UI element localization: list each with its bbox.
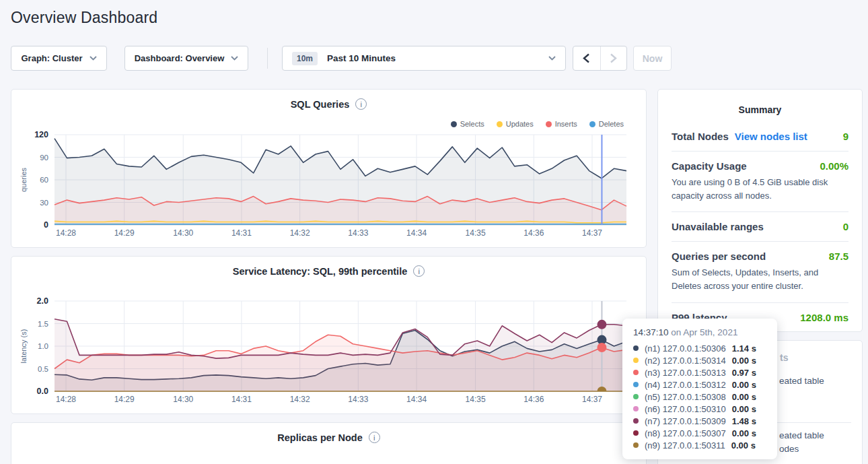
chevron-down-icon xyxy=(89,56,97,61)
capacity-label: Capacity Usage xyxy=(672,160,747,172)
node-color-dot xyxy=(633,418,639,424)
p99-latency-value: 1208.0 ms xyxy=(800,312,848,323)
event-item-fragment: odes xyxy=(779,444,799,454)
node-latency: 1.48 s xyxy=(732,416,756,426)
tooltip-row-n2: (n2) 127.0.0.1:50314 0.00 s xyxy=(633,354,766,366)
tooltip-row-n4: (n4) 127.0.0.1:50312 0.00 s xyxy=(633,378,766,391)
page-title: Overview Dashboard xyxy=(11,9,157,27)
svg-text:30: 30 xyxy=(40,199,48,207)
time-step-controls xyxy=(573,46,627,71)
event-item-fragment: eated table xyxy=(779,376,824,386)
svg-text:14:28: 14:28 xyxy=(56,228,76,238)
summary-row-qps: Queries per second 87.5 Sum of Selects, … xyxy=(672,242,848,302)
replicas-per-node-panel: Replicas per Node i xyxy=(11,422,647,464)
qps-value: 87.5 xyxy=(829,251,848,262)
view-nodes-list-link[interactable]: View nodes list xyxy=(735,131,807,142)
tooltip-timestamp: 14:37:10 on Apr 5th, 2021 xyxy=(633,327,766,337)
service-latency-chart[interactable]: 14:2814:2914:3014:3114:3214:3314:3414:35… xyxy=(11,257,646,413)
svg-text:1.0: 1.0 xyxy=(38,342,48,350)
svg-text:14:35: 14:35 xyxy=(466,395,486,404)
node-color-dot xyxy=(633,430,639,436)
node-color-dot xyxy=(633,358,639,363)
svg-text:0: 0 xyxy=(44,220,48,230)
tooltip-row-n5: (n5) 127.0.0.1:50308 0.00 s xyxy=(633,391,766,403)
node-color-dot xyxy=(633,345,639,351)
svg-text:14:34: 14:34 xyxy=(406,228,427,238)
svg-text:60: 60 xyxy=(40,176,48,184)
now-button[interactable]: Now xyxy=(633,46,672,71)
svg-text:14:36: 14:36 xyxy=(523,228,544,238)
svg-text:latency (s): latency (s) xyxy=(20,329,28,364)
unavailable-ranges-value: 0 xyxy=(843,221,848,232)
time-range-badge: 10m xyxy=(292,52,318,65)
node-latency: 0.00 s xyxy=(732,404,756,414)
tooltip-row-n1: (n1) 127.0.0.1:50306 1.14 s xyxy=(633,342,766,354)
node-address: (n3) 127.0.0.1:50313 xyxy=(645,368,726,378)
tooltip-row-n8: (n8) 127.0.0.1:50307 0.00 s xyxy=(633,427,766,439)
node-color-dot xyxy=(633,382,639,387)
node-latency: 1.14 s xyxy=(732,343,756,354)
chevron-down-icon xyxy=(548,56,556,61)
svg-text:14:35: 14:35 xyxy=(466,228,486,238)
capacity-description: You are using 0 B of 4.5 GiB usable disk… xyxy=(672,176,848,203)
prev-time-button[interactable] xyxy=(573,46,600,70)
graph-scope-label: Graph: Cluster xyxy=(21,53,82,63)
total-nodes-value: 9 xyxy=(843,131,848,142)
svg-text:1.5: 1.5 xyxy=(38,320,48,328)
overview-dashboard-page: Overview Dashboard Graph: Cluster Dashbo… xyxy=(0,0,868,464)
summary-row-unavailable-ranges: Unavailable ranges 0 xyxy=(672,212,848,242)
summary-title: Summary xyxy=(672,100,848,122)
node-address: (n9) 127.0.0.1:50311 xyxy=(645,440,725,451)
svg-text:0.0: 0.0 xyxy=(37,387,48,396)
node-latency: 0.00 s xyxy=(732,356,756,366)
summary-row-capacity: Capacity Usage 0.00% You are using 0 B o… xyxy=(672,152,848,212)
capacity-value: 0.00% xyxy=(820,160,848,172)
qps-label: Queries per second xyxy=(672,251,766,262)
info-icon[interactable]: i xyxy=(369,432,380,443)
node-color-dot xyxy=(633,442,639,448)
tooltip-time: 14:37:10 xyxy=(633,327,669,337)
svg-text:14:36: 14:36 xyxy=(523,395,544,404)
time-range-label: Past 10 Minutes xyxy=(327,53,396,63)
node-address: (n1) 127.0.0.1:50306 xyxy=(645,343,726,354)
node-address: (n7) 127.0.0.1:50309 xyxy=(645,416,726,426)
unavailable-ranges-label: Unavailable ranges xyxy=(672,221,764,232)
chevron-down-icon xyxy=(231,56,238,61)
summary-row-total-nodes: Total Nodes View nodes list 9 xyxy=(672,122,848,152)
node-address: (n8) 127.0.0.1:50307 xyxy=(645,428,726,438)
node-latency: 0.00 s xyxy=(732,428,756,438)
node-address: (n6) 127.0.0.1:50310 xyxy=(645,404,726,414)
node-color-dot xyxy=(633,406,639,411)
node-latency: 0.97 s xyxy=(732,368,756,378)
next-time-button[interactable] xyxy=(600,46,627,70)
svg-text:14:34: 14:34 xyxy=(406,395,427,404)
time-range-dropdown[interactable]: 10m Past 10 Minutes xyxy=(282,46,566,71)
node-address: (n5) 127.0.0.1:50308 xyxy=(645,392,726,402)
chevron-right-icon xyxy=(610,53,617,63)
svg-text:14:29: 14:29 xyxy=(114,228,135,238)
toolbar-divider xyxy=(267,48,268,69)
tooltip-date: on Apr 5th, 2021 xyxy=(669,327,738,337)
svg-text:14:31: 14:31 xyxy=(231,395,252,404)
events-header-fragment: ts xyxy=(780,352,788,363)
svg-text:14:31: 14:31 xyxy=(231,228,252,238)
graph-scope-dropdown[interactable]: Graph: Cluster xyxy=(11,46,107,71)
svg-text:14:29: 14:29 xyxy=(114,395,135,404)
replicas-per-node-header: Replicas per Node i xyxy=(11,432,646,443)
sql-queries-chart[interactable]: 14:2814:2914:3014:3114:3214:3314:3414:35… xyxy=(11,90,646,247)
svg-text:14:33: 14:33 xyxy=(348,395,368,404)
node-address: (n2) 127.0.0.1:50314 xyxy=(645,356,726,366)
service-latency-panel: Service Latency: SQL, 99th percentile i … xyxy=(11,256,647,414)
tooltip-row-n9: (n9) 127.0.0.1:50311 0.00 s xyxy=(633,439,766,451)
chart-hover-tooltip: 14:37:10 on Apr 5th, 2021 (n1) 127.0.0.1… xyxy=(622,319,777,459)
node-address: (n4) 127.0.0.1:50312 xyxy=(645,380,726,390)
total-nodes-label: Total Nodes xyxy=(672,131,729,142)
svg-text:queries: queries xyxy=(20,167,28,192)
node-latency: 0.00 s xyxy=(732,392,756,402)
tooltip-row-n3: (n3) 127.0.0.1:50313 0.97 s xyxy=(633,366,766,378)
node-color-dot xyxy=(633,370,639,375)
summary-panel: Summary Total Nodes View nodes list 9 Ca… xyxy=(657,89,863,332)
dashboard-select-dropdown[interactable]: Dashboard: Overview xyxy=(124,46,248,71)
node-latency: 0.00 s xyxy=(732,380,756,390)
event-item-fragment: eated table xyxy=(779,430,824,440)
